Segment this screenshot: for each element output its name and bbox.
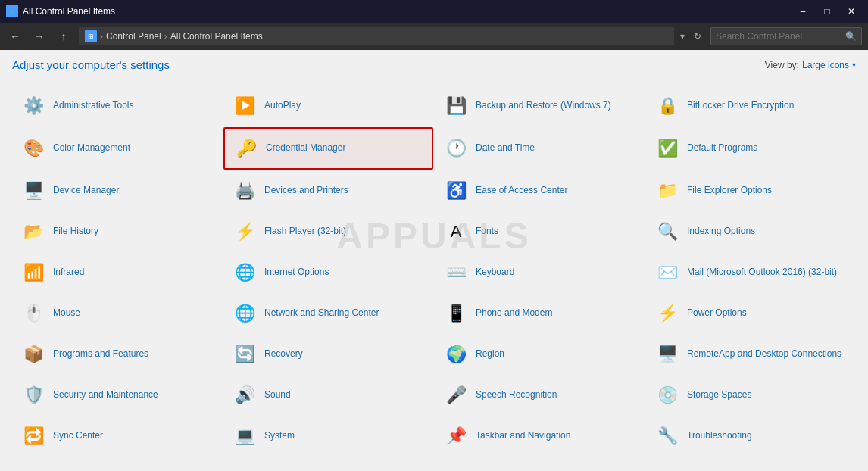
item-label: Date and Time: [476, 142, 535, 154]
item-label: Security and Maintenance: [53, 389, 158, 401]
forward-button[interactable]: →: [30, 27, 48, 45]
item-programs-and-features[interactable]: 📦Programs and Features: [12, 335, 222, 374]
item-icon: 📶: [20, 259, 47, 286]
item-icon: ♿: [442, 177, 470, 204]
item-label: Infrared: [53, 267, 84, 279]
item-icon: A: [442, 218, 470, 245]
view-by-control: View by: Large icons ▾: [765, 60, 856, 70]
item-label: Credential Manager: [266, 142, 345, 154]
toolbar: Adjust your computer's settings View by:…: [0, 50, 868, 80]
item-label: File History: [53, 226, 98, 238]
item-icon: 📦: [20, 341, 47, 368]
item-icon: 💿: [654, 382, 681, 409]
item-fonts[interactable]: AFonts: [435, 212, 645, 251]
back-button[interactable]: ←: [6, 27, 24, 45]
item-label: Keyboard: [476, 267, 514, 279]
up-button[interactable]: ↑: [55, 27, 73, 45]
page-title: Adjust your computer's settings: [12, 58, 765, 71]
maximize-button[interactable]: □: [816, 4, 838, 19]
item-speech-recognition[interactable]: 🎤Speech Recognition: [435, 376, 645, 415]
item-backup-and-restore-windows-7-[interactable]: 💾Backup and Restore (Windows 7): [435, 86, 645, 126]
item-sync-center[interactable]: 🔁Sync Center: [12, 416, 222, 456]
item-icon: 🕐: [442, 135, 470, 162]
item-label: Recovery: [264, 348, 303, 360]
item-label: Mail (Microsoft Outlook 2016) (32-bit): [687, 267, 837, 279]
item-label: Default Programs: [687, 142, 757, 154]
item-icon: ▶️: [231, 92, 258, 120]
refresh-icon: ↻: [694, 31, 701, 42]
item-ease-of-access-center[interactable]: ♿Ease of Access Center: [435, 171, 645, 211]
item-power-options[interactable]: ⚡Power Options: [646, 294, 856, 333]
item-network-and-sharing-center[interactable]: 🌐Network and Sharing Center: [223, 294, 433, 333]
item-label: Taskbar and Navigation: [476, 430, 570, 442]
item-storage-spaces[interactable]: 💿Storage Spaces: [646, 376, 856, 415]
search-input[interactable]: [716, 31, 842, 42]
item-label: Device Manager: [53, 185, 119, 197]
window-controls: – □ ✕: [792, 4, 862, 19]
item-icon: ✉️: [654, 259, 681, 286]
search-box[interactable]: 🔍: [710, 27, 862, 45]
address-path[interactable]: ⊞ › Control Panel › All Control Panel It…: [79, 27, 674, 45]
item-sound[interactable]: 🔊Sound: [223, 376, 433, 415]
item-label: Devices and Printers: [264, 185, 348, 197]
close-button[interactable]: ✕: [841, 4, 862, 19]
item-keyboard[interactable]: ⌨️Keyboard: [435, 253, 645, 292]
item-icon: ⚡: [654, 300, 681, 327]
item-region[interactable]: 🌍Region: [435, 335, 645, 374]
item-mouse[interactable]: 🖱️Mouse: [12, 294, 222, 333]
item-label: BitLocker Drive Encryption: [687, 100, 794, 112]
item-label: Indexing Options: [687, 226, 755, 238]
item-indexing-options[interactable]: 🔍Indexing Options: [646, 212, 856, 251]
item-device-manager[interactable]: 🖥️Device Manager: [12, 171, 222, 211]
item-label: Ease of Access Center: [476, 185, 567, 197]
item-remoteapp-and-desktop-connections[interactable]: 🖥️RemoteApp and Desktop Connections: [646, 335, 856, 374]
item-icon: 🔊: [231, 382, 258, 409]
item-icon: 🔄: [231, 341, 258, 368]
item-administrative-tools[interactable]: ⚙️Administrative Tools: [12, 86, 222, 126]
item-troubleshooting[interactable]: 🔧Troubleshooting: [646, 416, 856, 456]
view-by-label: View by:: [765, 60, 799, 70]
item-icon: ⚙️: [20, 92, 47, 120]
path-icon: ⊞: [85, 30, 97, 42]
item-infrared[interactable]: 📶Infrared: [12, 253, 222, 292]
item-credential-manager[interactable]: 🔑Credential Manager: [223, 127, 433, 170]
item-recovery[interactable]: 🔄Recovery: [223, 335, 433, 374]
item-label: Color Management: [53, 142, 130, 154]
path-control-panel: Control Panel: [106, 31, 161, 42]
item-label: Backup and Restore (Windows 7): [476, 100, 611, 112]
item-date-and-time[interactable]: 🕐Date and Time: [435, 127, 645, 170]
item-icon: 🌐: [231, 259, 258, 286]
item-label: Flash Player (32-bit): [264, 226, 346, 238]
item-phone-and-modem[interactable]: 📱Phone and Modem: [435, 294, 645, 333]
item-devices-and-printers[interactable]: 🖨️Devices and Printers: [223, 171, 433, 211]
item-label: AutoPlay: [264, 100, 301, 112]
address-bar: ← → ↑ ⊞ › Control Panel › All Control Pa…: [0, 23, 868, 50]
item-label: Sound: [264, 389, 291, 401]
dropdown-icon: ▾: [680, 31, 685, 42]
item-icon: 🌍: [442, 341, 470, 368]
item-taskbar-and-navigation[interactable]: 📌Taskbar and Navigation: [435, 416, 645, 456]
item-icon: 🛡️: [20, 382, 47, 409]
item-label: Speech Recognition: [476, 389, 557, 401]
minimize-button[interactable]: –: [792, 4, 813, 19]
item-autoplay[interactable]: ▶️AutoPlay: [223, 86, 433, 126]
item-file-history[interactable]: 📂File History: [12, 212, 222, 251]
view-by-value[interactable]: Large icons: [802, 60, 849, 70]
item-bitlocker-drive-encryption[interactable]: 🔒BitLocker Drive Encryption: [646, 86, 856, 126]
item-label: Administrative Tools: [53, 100, 134, 112]
item-icon: 🌐: [231, 300, 258, 327]
items-grid: ⚙️Administrative Tools▶️AutoPlay💾Backup …: [12, 86, 856, 456]
item-icon: ✅: [654, 135, 681, 162]
item-security-and-maintenance[interactable]: 🛡️Security and Maintenance: [12, 376, 222, 415]
item-label: Troubleshooting: [687, 430, 752, 442]
item-internet-options[interactable]: 🌐Internet Options: [223, 253, 433, 292]
item-color-management[interactable]: 🎨Color Management: [12, 127, 222, 170]
item-file-explorer-options[interactable]: 📁File Explorer Options: [646, 171, 856, 211]
item-icon: 🔁: [20, 423, 47, 450]
item-default-programs[interactable]: ✅Default Programs: [646, 127, 856, 170]
item-flash-player-32-bit-[interactable]: ⚡Flash Player (32-bit): [223, 212, 433, 251]
item-icon: 📌: [442, 423, 470, 450]
item-mail-microsoft-outlook-2016-32-bit-[interactable]: ✉️Mail (Microsoft Outlook 2016) (32-bit): [646, 253, 856, 292]
item-label: Phone and Modem: [476, 307, 552, 320]
item-system[interactable]: 💻System: [223, 416, 433, 456]
